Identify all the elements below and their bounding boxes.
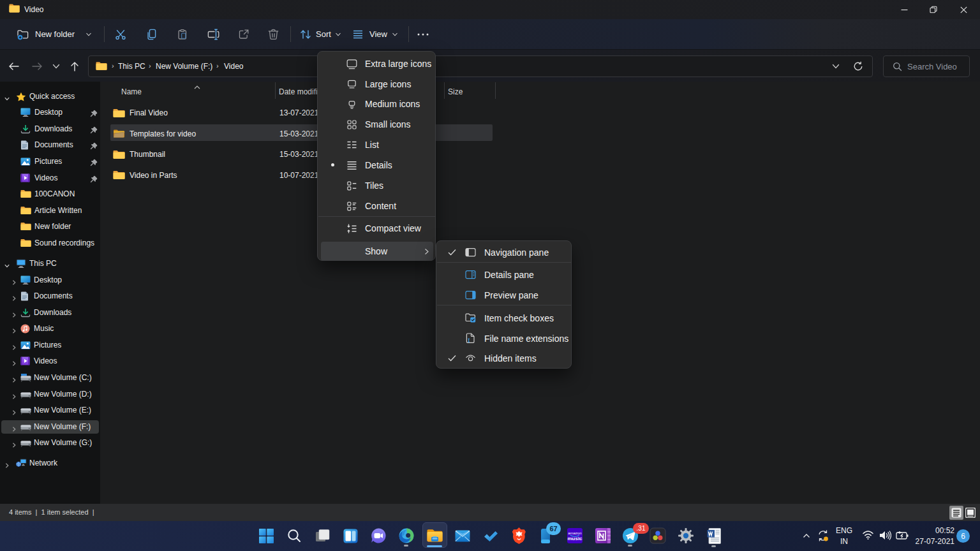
- svg-text:amazon: amazon: [568, 531, 581, 535]
